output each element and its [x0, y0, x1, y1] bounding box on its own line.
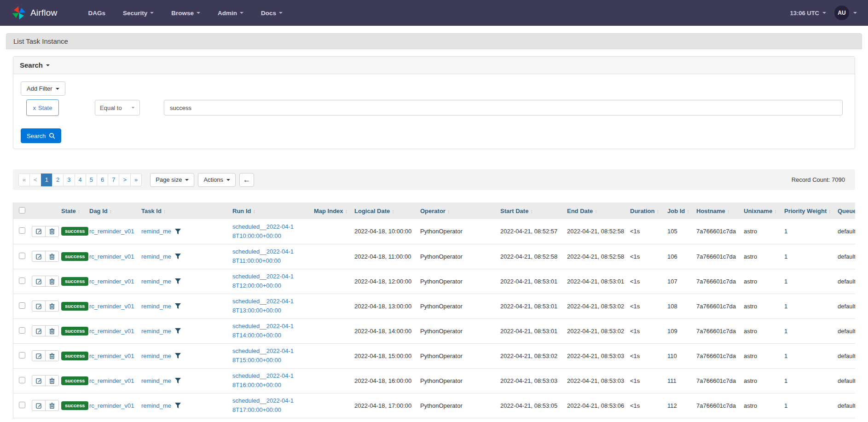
- pagination-button[interactable]: 6: [97, 173, 108, 186]
- user-menu[interactable]: AU: [834, 6, 857, 20]
- sort-icon[interactable]: ↕: [774, 208, 777, 214]
- sort-icon[interactable]: ↕: [727, 208, 730, 214]
- dag-id-link[interactable]: rc_reminder_v01: [89, 402, 134, 409]
- filter-icon[interactable]: [175, 278, 181, 284]
- filter-icon[interactable]: [175, 229, 181, 234]
- filter-icon[interactable]: [175, 403, 181, 408]
- row-checkbox[interactable]: [19, 377, 25, 383]
- filter-icon[interactable]: [175, 303, 181, 309]
- pagination-button[interactable]: 2: [52, 173, 64, 186]
- select-all-checkbox[interactable]: [19, 207, 25, 214]
- nav-item-docs[interactable]: Docs: [252, 10, 291, 17]
- column-header-run-id[interactable]: Run Id↕: [230, 202, 311, 219]
- task-id-link[interactable]: remind_me: [141, 353, 171, 359]
- nav-item-security[interactable]: Security: [114, 10, 162, 17]
- sort-icon[interactable]: ↕: [392, 208, 394, 214]
- run-id-link[interactable]: scheduled__2022-04-18T13:00:00+00:00: [232, 297, 295, 315]
- delete-record-button[interactable]: [45, 325, 59, 336]
- column-header-map-index[interactable]: Map Index↕: [311, 202, 352, 219]
- sort-icon[interactable]: ↕: [345, 208, 348, 214]
- task-id-link[interactable]: remind_me: [141, 402, 171, 409]
- search-collapse-header[interactable]: Search: [13, 57, 855, 74]
- column-header-priority-weight[interactable]: Priority Weight↕: [781, 202, 835, 219]
- column-header-duration[interactable]: Duration↕: [627, 202, 665, 219]
- sort-icon[interactable]: ↕: [530, 208, 533, 214]
- edit-record-button[interactable]: [32, 350, 46, 361]
- filter-value-input[interactable]: [164, 100, 843, 116]
- sort-icon[interactable]: ↕: [595, 208, 597, 214]
- sort-icon[interactable]: ↕: [163, 208, 166, 214]
- delete-record-button[interactable]: [45, 301, 59, 312]
- condition-select[interactable]: Equal to: [95, 100, 140, 116]
- dag-id-link[interactable]: rc_reminder_v01: [89, 353, 134, 359]
- edit-record-button[interactable]: [32, 400, 46, 411]
- pagination-button[interactable]: 4: [75, 173, 86, 186]
- row-checkbox[interactable]: [19, 327, 25, 334]
- run-id-link[interactable]: scheduled__2022-04-18T16:00:00+00:00: [232, 371, 295, 390]
- pagination-button[interactable]: <: [29, 173, 41, 186]
- pagination-button[interactable]: «: [18, 173, 30, 186]
- delete-record-button[interactable]: [45, 276, 59, 287]
- column-header-logical-date[interactable]: Logical Date↕: [352, 202, 417, 219]
- sort-icon[interactable]: ↕: [253, 208, 255, 214]
- pagination-button[interactable]: »: [130, 173, 142, 186]
- run-id-link[interactable]: scheduled__2022-04-18T14:00:00+00:00: [232, 322, 295, 340]
- edit-record-button[interactable]: [32, 301, 46, 312]
- filter-icon[interactable]: [175, 353, 181, 358]
- delete-record-button[interactable]: [45, 251, 59, 262]
- nav-item-dags[interactable]: DAGs: [79, 10, 114, 17]
- sort-icon[interactable]: ↕: [656, 208, 659, 214]
- column-header-end-date[interactable]: End Date↕: [564, 202, 627, 219]
- column-header-operator[interactable]: Operator↕: [417, 202, 498, 219]
- pagination-button[interactable]: 3: [63, 173, 75, 186]
- add-filter-button[interactable]: Add Filter: [21, 81, 65, 96]
- edit-record-button[interactable]: [32, 251, 46, 262]
- run-id-link[interactable]: scheduled__2022-04-18T10:00:00+00:00: [232, 222, 295, 241]
- task-id-link[interactable]: remind_me: [141, 303, 171, 310]
- task-id-link[interactable]: remind_me: [141, 278, 171, 285]
- task-id-link[interactable]: remind_me: [141, 253, 171, 260]
- edit-record-button[interactable]: [32, 276, 46, 287]
- back-button[interactable]: ←: [239, 173, 254, 187]
- row-checkbox[interactable]: [19, 352, 25, 358]
- dag-id-link[interactable]: rc_reminder_v01: [89, 328, 134, 335]
- remove-state-filter-button[interactable]: x State: [26, 99, 59, 116]
- edit-record-button[interactable]: [32, 226, 46, 237]
- delete-record-button[interactable]: [45, 350, 59, 361]
- pagination-button[interactable]: 1: [41, 173, 52, 186]
- sort-icon[interactable]: ↕: [447, 208, 450, 214]
- clock-dropdown[interactable]: 13:06 UTC: [790, 10, 826, 17]
- delete-record-button[interactable]: [45, 226, 59, 237]
- sort-icon[interactable]: ↕: [110, 208, 112, 214]
- dag-id-link[interactable]: rc_reminder_v01: [89, 228, 134, 235]
- edit-record-button[interactable]: [32, 375, 46, 386]
- sort-icon[interactable]: ↕: [828, 208, 831, 214]
- search-button[interactable]: Search: [21, 128, 61, 143]
- column-header-unixname[interactable]: Unixname↕: [741, 202, 781, 219]
- delete-record-button[interactable]: [45, 400, 59, 411]
- sort-icon[interactable]: ↕: [687, 208, 689, 214]
- dag-id-link[interactable]: rc_reminder_v01: [89, 278, 134, 285]
- filter-icon[interactable]: [175, 378, 181, 383]
- pagination-button[interactable]: >: [119, 173, 131, 186]
- column-header-queue[interactable]: Queue↕: [835, 202, 855, 219]
- column-header-task-id[interactable]: Task Id↕: [139, 202, 230, 219]
- sort-icon[interactable]: ↕: [78, 208, 81, 214]
- row-checkbox[interactable]: [19, 277, 25, 284]
- filter-icon[interactable]: [175, 328, 181, 334]
- column-header-start-date[interactable]: Start Date↕: [498, 202, 564, 219]
- row-checkbox[interactable]: [19, 253, 25, 259]
- nav-item-admin[interactable]: Admin: [209, 10, 252, 17]
- run-id-link[interactable]: scheduled__2022-04-18T15:00:00+00:00: [232, 347, 295, 365]
- actions-button[interactable]: Actions: [198, 173, 236, 187]
- column-header-dag-id[interactable]: Dag Id↕: [87, 202, 139, 219]
- run-id-link[interactable]: scheduled__2022-04-18T12:00:00+00:00: [232, 272, 295, 290]
- task-id-link[interactable]: remind_me: [141, 328, 171, 335]
- airflow-brand[interactable]: Airflow: [11, 5, 57, 21]
- dag-id-link[interactable]: rc_reminder_v01: [89, 377, 134, 384]
- row-checkbox[interactable]: [19, 402, 25, 408]
- pagination-button[interactable]: 5: [86, 173, 97, 186]
- delete-record-button[interactable]: [45, 375, 59, 386]
- dag-id-link[interactable]: rc_reminder_v01: [89, 253, 134, 260]
- nav-item-browse[interactable]: Browse: [162, 10, 209, 17]
